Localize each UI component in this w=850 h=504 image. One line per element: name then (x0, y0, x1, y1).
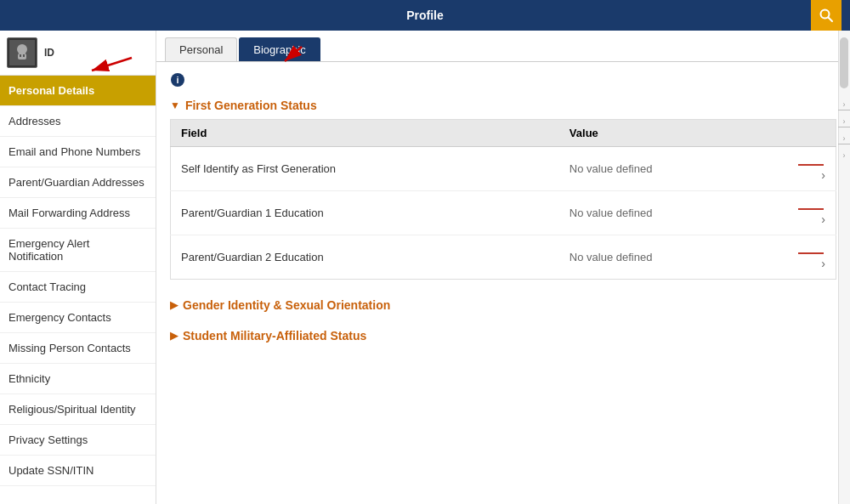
first-generation-header[interactable]: ▼ First Generation Status (170, 99, 836, 112)
chevron-right-expand-icon: ▶ (170, 330, 178, 342)
sidebar-item-email-phone[interactable]: Email and Phone Numbers (0, 137, 156, 167)
gender-identity-header[interactable]: ▶ Gender Identity & Sexual Orientation (170, 293, 836, 317)
chevron-down-icon: ▼ (170, 99, 180, 111)
sidebar-item-personal-details[interactable]: Personal Details (0, 76, 156, 106)
main-content: Personal Biographic i ▼ Fir (156, 31, 850, 504)
value-column-header: Value (559, 120, 788, 147)
sidebar-item-missing-person[interactable]: Missing Person Contacts (0, 333, 156, 364)
sidebar-item-privacy[interactable]: Privacy Settings (0, 425, 156, 456)
tab-bar: Personal Biographic (156, 31, 850, 62)
chevron-right-icon: › (821, 212, 825, 226)
field-cell: Self Identify as First Generation (171, 147, 559, 191)
avatar (7, 37, 37, 68)
svg-rect-4 (18, 54, 26, 59)
avatar-image (9, 40, 35, 65)
page-title: Profile (406, 8, 444, 22)
tab-biographic[interactable]: Biographic (239, 37, 320, 61)
scrollbar[interactable]: › › › › (838, 31, 850, 504)
first-generation-table: Field Value Self Identify as First Gener… (170, 119, 836, 280)
profile-id-label: ID (44, 47, 54, 59)
sidebar-item-parent-guardian[interactable]: Parent/Guardian Addresses (0, 167, 156, 198)
row-action-cell[interactable]: › (788, 235, 836, 280)
content-area: i ▼ First Generation Status Field Value (156, 62, 850, 365)
sidebar: ID Personal Details Addresses Email and … (0, 31, 156, 504)
value-cell: No value defined (559, 191, 788, 235)
field-cell: Parent/Guardian 1 Education (171, 191, 559, 235)
row-action-cell[interactable]: › (788, 147, 836, 191)
sidebar-item-emergency-contacts[interactable]: Emergency Contacts (0, 303, 156, 333)
table-row[interactable]: Parent/Guardian 1 Education No value def… (171, 191, 836, 235)
sidebar-profile: ID (0, 31, 156, 76)
top-bar: Profile (0, 0, 850, 31)
search-icon (819, 8, 834, 23)
table-row[interactable]: Parent/Guardian 2 Education No value def… (171, 235, 836, 280)
svg-text:i: i (176, 75, 178, 85)
sidebar-item-emergency-alert[interactable]: Emergency Alert Notification (0, 229, 156, 272)
chevron-right-expand-icon: ▶ (170, 299, 178, 311)
chevron-right-icon: › (821, 257, 825, 270)
field-column-header: Field (171, 120, 559, 147)
tab-personal[interactable]: Personal (165, 37, 237, 61)
sidebar-item-religious[interactable]: Religious/Spiritual Identity (0, 394, 156, 425)
navigate-arrow-icon (798, 164, 825, 166)
sidebar-item-addresses[interactable]: Addresses (0, 106, 156, 137)
info-icon: i (170, 72, 836, 99)
row-action-cell[interactable]: › (788, 191, 836, 235)
navigate-arrow-icon (798, 208, 825, 210)
svg-line-1 (829, 18, 833, 22)
svg-rect-5 (20, 54, 21, 57)
svg-point-3 (17, 44, 27, 54)
gender-identity-section: ▶ Gender Identity & Sexual Orientation (170, 293, 836, 317)
search-button[interactable] (811, 0, 842, 31)
value-cell: No value defined (559, 147, 788, 191)
military-status-section: ▶ Student Military-Affiliated Status (170, 324, 836, 348)
navigate-arrow-icon (798, 252, 825, 254)
action-column-header (788, 120, 836, 147)
chevron-right-icon: › (821, 168, 825, 182)
sidebar-item-ssn[interactable]: Update SSN/ITIN (0, 456, 156, 486)
military-status-header[interactable]: ▶ Student Military-Affiliated Status (170, 324, 836, 348)
sidebar-item-ethnicity[interactable]: Ethnicity (0, 364, 156, 394)
sidebar-item-mail-forwarding[interactable]: Mail Forwarding Address (0, 198, 156, 229)
field-cell: Parent/Guardian 2 Education (171, 235, 559, 280)
sidebar-item-contact-tracing[interactable]: Contact Tracing (0, 272, 156, 303)
value-cell: No value defined (559, 235, 788, 280)
table-row[interactable]: Self Identify as First Generation No val… (171, 147, 836, 191)
svg-rect-6 (23, 54, 25, 57)
